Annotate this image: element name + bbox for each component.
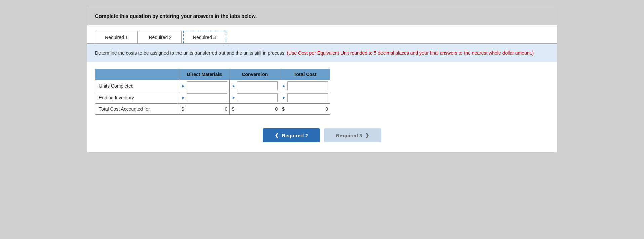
arrow-icon: ► — [182, 95, 186, 100]
nav-buttons: Required 2 Required 3 — [87, 122, 557, 152]
arrow-icon: ► — [282, 95, 286, 100]
units-completed-conv-cell: ► — [230, 80, 280, 92]
row-label-ending-inventory: Ending Inventory — [95, 92, 179, 104]
dollar-sign-dm: $ — [182, 106, 184, 112]
instruction-red: (Use Cost per Equivalent Unit rounded to… — [287, 50, 534, 56]
arrow-icon: ► — [282, 83, 286, 88]
total-cost-tc-cell: $ 0 — [280, 104, 330, 115]
table-section: Direct Materials Conversion Total Cost — [87, 62, 557, 122]
tab-required-1[interactable]: Required 1 — [95, 31, 138, 43]
arrow-icon: ► — [232, 83, 236, 88]
total-tc-value: 0 — [286, 106, 328, 112]
total-conv-value: 0 — [236, 106, 278, 112]
next-button[interactable]: Required 3 — [324, 128, 381, 142]
ending-inventory-tc-input[interactable] — [287, 93, 328, 102]
dollar-sign-tc: $ — [282, 106, 285, 112]
dollar-sign-conv: $ — [232, 106, 234, 112]
row-label-total-cost: Total Cost Accounted for — [95, 104, 179, 115]
cost-table: Direct Materials Conversion Total Cost — [95, 69, 330, 115]
next-button-label: Required 3 — [336, 133, 362, 138]
ending-inventory-dm-cell: ► — [179, 92, 230, 104]
tab-required-3[interactable]: Required 3 — [183, 31, 226, 43]
arrow-icon: ► — [182, 83, 186, 88]
col-header-total-cost: Total Cost — [280, 69, 330, 80]
chevron-right-icon — [365, 132, 369, 138]
units-completed-dm-cell: ► — [179, 80, 230, 92]
header-bar: Complete this question by entering your … — [87, 7, 557, 25]
total-cost-conv-cell: $ 0 — [230, 104, 280, 115]
tabs-row: Required 1 Required 2 Required 3 — [87, 25, 557, 44]
arrow-icon: ► — [232, 95, 236, 100]
instruction-main: Determine the costs to be assigned to th… — [95, 50, 287, 56]
col-header-label — [95, 69, 179, 80]
table-row: Ending Inventory ► ► — [95, 92, 330, 104]
ending-inventory-tc-cell: ► — [280, 92, 330, 104]
prev-button[interactable]: Required 2 — [263, 128, 320, 142]
total-cost-dm-cell: $ 0 — [179, 104, 230, 115]
ending-inventory-dm-input[interactable] — [187, 93, 227, 102]
chevron-left-icon — [275, 132, 279, 138]
table-row-total: Total Cost Accounted for $ 0 $ 0 — [95, 104, 330, 115]
tab-required-2[interactable]: Required 2 — [139, 31, 182, 43]
row-label-units-completed: Units Completed — [95, 80, 179, 92]
ending-inventory-conv-cell: ► — [230, 92, 280, 104]
prev-button-label: Required 2 — [282, 133, 308, 138]
units-completed-tc-input[interactable] — [287, 81, 328, 90]
table-row: Units Completed ► ► — [95, 80, 330, 92]
units-completed-tc-cell: ► — [280, 80, 330, 92]
main-container: Complete this question by entering your … — [87, 7, 557, 153]
ending-inventory-conv-input[interactable] — [237, 93, 278, 102]
total-dm-value: 0 — [185, 106, 227, 112]
instruction-box: Determine the costs to be assigned to th… — [87, 44, 557, 62]
col-header-conversion: Conversion — [230, 69, 280, 80]
units-completed-dm-input[interactable] — [187, 81, 227, 90]
header-instruction: Complete this question by entering your … — [95, 13, 549, 19]
content-area: Determine the costs to be assigned to th… — [87, 44, 557, 152]
units-completed-conv-input[interactable] — [237, 81, 278, 90]
col-header-dm: Direct Materials — [179, 69, 230, 80]
